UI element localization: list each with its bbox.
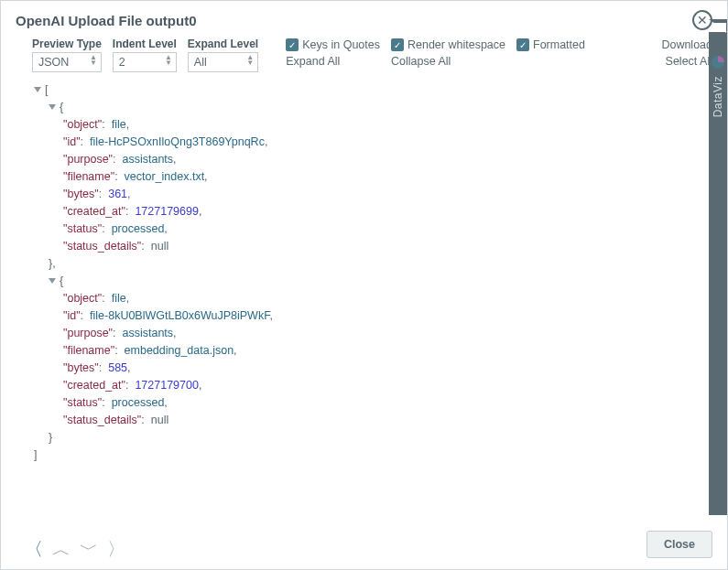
nav-prev-icon[interactable]: 〈	[25, 540, 43, 558]
expand-all-link[interactable]: Expand All	[286, 55, 380, 68]
side-tab-arrow-inner-icon	[712, 23, 726, 33]
close-button[interactable]: Close	[647, 531, 712, 558]
render-whitespace-checkbox[interactable]: ✓	[391, 38, 404, 51]
controls-row: Preview Type JSON ▲▼ Indent Level 2 ▲▼ E…	[16, 38, 712, 78]
select-all-link[interactable]: Select All	[666, 55, 712, 68]
keys-in-quotes-label: Keys in Quotes	[302, 38, 380, 51]
dialog: OpenAI Upload File output0 ✕ Preview Typ…	[0, 0, 728, 570]
caret-icon[interactable]	[49, 104, 56, 110]
collapse-all-link[interactable]: Collapse All	[391, 55, 505, 68]
preview-type-select[interactable]: JSON ▲▼	[32, 52, 102, 72]
indent-value: 2	[119, 56, 125, 69]
expand-label: Expand Level	[188, 38, 258, 50]
preview-type-group: Preview Type JSON ▲▼	[32, 38, 102, 72]
preview-type-label: Preview Type	[32, 38, 102, 50]
select-caret-icon: ▲▼	[246, 55, 254, 66]
fmt-col: ✓ Formatted	[516, 38, 585, 51]
ws-col: ✓ Render whitespace Collapse All	[391, 38, 505, 68]
indent-label: Indent Level	[113, 38, 177, 50]
nav-row: 〈 ︿ ﹀ 〉 Close	[16, 534, 712, 558]
expand-group: Expand Level All ▲▼	[188, 38, 258, 72]
render-whitespace-label: Render whitespace	[407, 38, 505, 51]
caret-icon[interactable]	[34, 87, 41, 92]
nav-next-icon[interactable]: 〉	[107, 540, 125, 558]
indent-group: Indent Level 2 ▲▼	[113, 38, 177, 72]
nav-up-icon[interactable]: ︿	[52, 540, 71, 558]
nav-down-icon[interactable]: ﹀	[80, 540, 98, 558]
action-col: Download Select All	[661, 38, 712, 68]
caret-icon[interactable]	[49, 278, 56, 284]
expand-select[interactable]: All ▲▼	[188, 52, 258, 72]
keys-in-quotes-checkbox[interactable]: ✓	[286, 38, 299, 51]
indent-select[interactable]: 2 ▲▼	[113, 52, 177, 72]
dialog-header: OpenAI Upload File output0 ✕	[16, 10, 712, 30]
select-caret-icon: ▲▼	[165, 55, 172, 66]
side-tab-label: DataViz	[712, 76, 724, 117]
expand-value: All	[194, 56, 207, 69]
download-link[interactable]: Download	[661, 38, 712, 51]
side-tab[interactable]: DataViz	[709, 32, 727, 515]
dialog-title: OpenAI Upload File output0	[16, 13, 197, 28]
json-viewer[interactable]: [{"object": file,"id": file-HcPSOxnIloQn…	[16, 78, 712, 534]
formatted-checkbox[interactable]: ✓	[516, 38, 529, 51]
dataviz-icon	[712, 56, 724, 69]
select-caret-icon: ▲▼	[90, 55, 97, 66]
preview-type-value: JSON	[38, 56, 69, 69]
formatted-label: Formatted	[533, 38, 585, 51]
keys-col: ✓ Keys in Quotes Expand All	[286, 38, 380, 68]
